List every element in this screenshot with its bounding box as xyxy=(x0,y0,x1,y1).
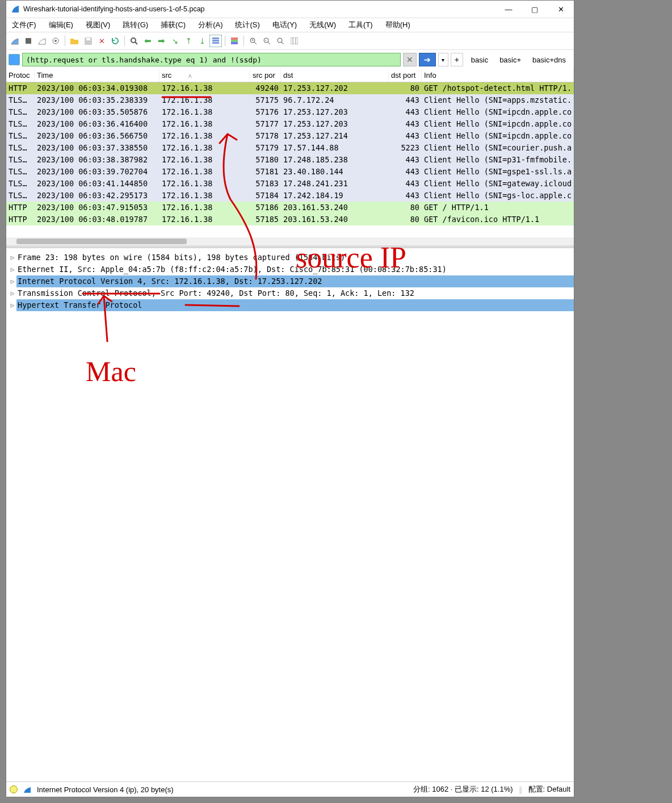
packet-details-pane[interactable]: ▷Frame 23: 198 bytes on wire (1584 bits)… xyxy=(6,248,574,781)
stop-capture-icon[interactable] xyxy=(22,35,35,47)
menu-item[interactable]: 视图(V) xyxy=(83,19,112,31)
col-info[interactable]: Info xyxy=(422,69,574,82)
menu-item[interactable]: 文件(F) xyxy=(10,19,39,31)
close-button[interactable]: ✕ xyxy=(548,1,574,18)
add-filter-button[interactable]: + xyxy=(451,53,463,66)
filter-bar: ✕ ➔ ▾ + basicbasic+basic+dns xyxy=(6,50,574,69)
capture-file-icon[interactable] xyxy=(23,785,31,793)
svg-rect-11 xyxy=(231,40,238,42)
restart-capture-icon[interactable] xyxy=(36,35,48,47)
maximize-button[interactable]: ▢ xyxy=(522,1,548,18)
go-last-icon[interactable]: ⤓ xyxy=(196,35,208,47)
col-dst[interactable]: dst xyxy=(281,69,389,82)
close-file-icon[interactable]: ✕ xyxy=(95,35,108,47)
caret-icon[interactable]: ▷ xyxy=(9,275,16,287)
menu-item[interactable]: 统计(S) xyxy=(233,19,262,31)
capture-options-icon[interactable] xyxy=(49,35,62,47)
go-back-icon[interactable]: ⬅ xyxy=(141,35,154,47)
filter-history-dropdown[interactable]: ▾ xyxy=(438,53,448,66)
filter-preset-button[interactable]: basic xyxy=(465,54,494,66)
svg-rect-21 xyxy=(291,37,298,44)
svg-rect-12 xyxy=(231,42,238,44)
tree-frame: ▷Frame 23: 198 bytes on wire (1584 bits)… xyxy=(9,252,574,264)
svg-rect-9 xyxy=(212,42,219,44)
tree-http: ▷Hypertext Transfer Protocol xyxy=(9,299,574,311)
display-filter-input[interactable] xyxy=(22,53,401,66)
caret-icon[interactable]: ▷ xyxy=(9,287,16,299)
packet-row[interactable]: HTTP2023/100 06:03:34.019308172.16.1.384… xyxy=(6,82,574,94)
caret-icon[interactable]: ▷ xyxy=(9,252,16,264)
packet-row[interactable]: TLS…2023/100 06:03:36.416400172.16.1.385… xyxy=(6,118,574,130)
wireshark-logo-icon xyxy=(11,5,20,14)
status-packet-count: 分组: 1062 · 已显示: 12 (1.1%) xyxy=(413,784,513,794)
menubar: 文件(F)编辑(E)视图(V)跳转(G)捕获(C)分析(A)统计(S)电话(Y)… xyxy=(6,18,574,32)
zoom-in-icon[interactable]: + xyxy=(247,35,259,47)
svg-line-17 xyxy=(268,42,270,44)
col-protocol[interactable]: Protoc xyxy=(6,69,35,82)
menu-item[interactable]: 帮助(H) xyxy=(383,19,413,31)
packet-row[interactable]: HTTP2023/100 06:03:48.019787172.16.1.385… xyxy=(6,214,574,225)
svg-line-6 xyxy=(135,42,137,44)
clear-filter-button[interactable]: ✕ xyxy=(403,53,417,66)
go-forward-icon[interactable]: ➡ xyxy=(155,35,167,47)
go-to-packet-icon[interactable]: ↘ xyxy=(169,35,181,47)
svg-rect-7 xyxy=(212,37,219,39)
titlebar: Wireshark-tutorial-identifying-hosts-and… xyxy=(6,1,574,18)
zoom-out-icon[interactable]: - xyxy=(261,35,273,47)
apply-filter-button[interactable]: ➔ xyxy=(419,53,436,66)
open-file-icon[interactable] xyxy=(68,35,81,47)
bookmark-filter-icon[interactable] xyxy=(9,54,20,65)
save-file-icon[interactable] xyxy=(82,35,94,47)
menu-item[interactable]: 编辑(E) xyxy=(47,19,75,31)
menu-item[interactable]: 跳转(G) xyxy=(120,19,150,31)
svg-rect-4 xyxy=(86,38,90,40)
find-icon[interactable] xyxy=(128,35,140,47)
packet-row[interactable]: TLS…2023/100 06:03:35.238339172.16.1.385… xyxy=(6,94,574,106)
svg-text:+: + xyxy=(251,38,254,42)
packet-row[interactable]: HTTP2023/100 06:03:47.915053172.16.1.385… xyxy=(6,202,574,214)
status-text: Internet Protocol Version 4 (ip), 20 byt… xyxy=(37,785,174,794)
expert-info-led-icon[interactable] xyxy=(10,785,18,793)
tree-ip: ▷Internet Protocol Version 4, Src: 172.1… xyxy=(9,275,574,287)
menu-item[interactable]: 无线(W) xyxy=(307,19,338,31)
start-capture-icon[interactable] xyxy=(9,35,21,47)
svg-point-19 xyxy=(278,38,282,43)
reload-icon[interactable] xyxy=(109,35,121,47)
go-first-icon[interactable]: ⤒ xyxy=(182,35,195,47)
status-profile[interactable]: 配置: Default xyxy=(528,784,570,794)
col-time[interactable]: Time xyxy=(35,69,159,82)
packet-row[interactable]: TLS…2023/100 06:03:36.566750172.16.1.385… xyxy=(6,130,574,142)
menu-item[interactable]: 分析(A) xyxy=(196,19,225,31)
col-dst-port[interactable]: dst port xyxy=(389,69,422,82)
packet-row[interactable]: TLS…2023/100 06:03:35.505876172.16.1.385… xyxy=(6,106,574,118)
filter-preset-button[interactable]: basic+ xyxy=(494,54,527,66)
colorize-icon[interactable] xyxy=(228,35,241,47)
menu-item[interactable]: 电话(Y) xyxy=(270,19,299,31)
packet-row[interactable]: TLS…2023/100 06:03:41.144850172.16.1.385… xyxy=(6,178,574,190)
packet-row[interactable]: TLS…2023/100 06:03:37.338550172.16.1.385… xyxy=(6,142,574,154)
menu-item[interactable]: 工具(T) xyxy=(346,19,375,31)
packet-row[interactable]: TLS…2023/100 06:03:38.387982172.16.1.385… xyxy=(6,154,574,166)
packet-list-hscrollbar[interactable] xyxy=(6,237,574,245)
svg-point-2 xyxy=(54,40,57,42)
auto-scroll-icon[interactable] xyxy=(209,35,222,47)
caret-icon[interactable]: ▷ xyxy=(9,264,16,275)
svg-point-5 xyxy=(131,38,136,43)
tree-tcp: ▷Transmission Control Protocol, Src Port… xyxy=(9,287,574,299)
minimize-button[interactable]: — xyxy=(495,1,522,18)
window-title: Wireshark-tutorial-identifying-hosts-and… xyxy=(23,5,495,13)
menu-item[interactable]: 捕获(C) xyxy=(158,19,188,31)
tree-ethernet: ▷Ethernet II, Src: Apple_04:a5:7b (f8:ff… xyxy=(9,264,574,275)
packet-row[interactable]: TLS…2023/100 06:03:42.295173172.16.1.385… xyxy=(6,190,574,202)
statusbar: Internet Protocol Version 4 (ip), 20 byt… xyxy=(6,781,574,797)
zoom-reset-icon[interactable] xyxy=(274,35,287,47)
col-src[interactable]: srcᐱ xyxy=(159,69,250,82)
caret-icon[interactable]: ▷ xyxy=(9,299,16,311)
packet-list-header[interactable]: Protoc Time srcᐱ src por dst dst port In… xyxy=(6,69,574,82)
col-src-port[interactable]: src por xyxy=(250,69,281,82)
resize-columns-icon[interactable] xyxy=(288,35,300,47)
filter-preset-button[interactable]: basic+dns xyxy=(527,54,572,66)
svg-line-20 xyxy=(282,42,284,44)
svg-rect-8 xyxy=(212,40,219,41)
packet-row[interactable]: TLS…2023/100 06:03:39.702704172.16.1.385… xyxy=(6,166,574,178)
